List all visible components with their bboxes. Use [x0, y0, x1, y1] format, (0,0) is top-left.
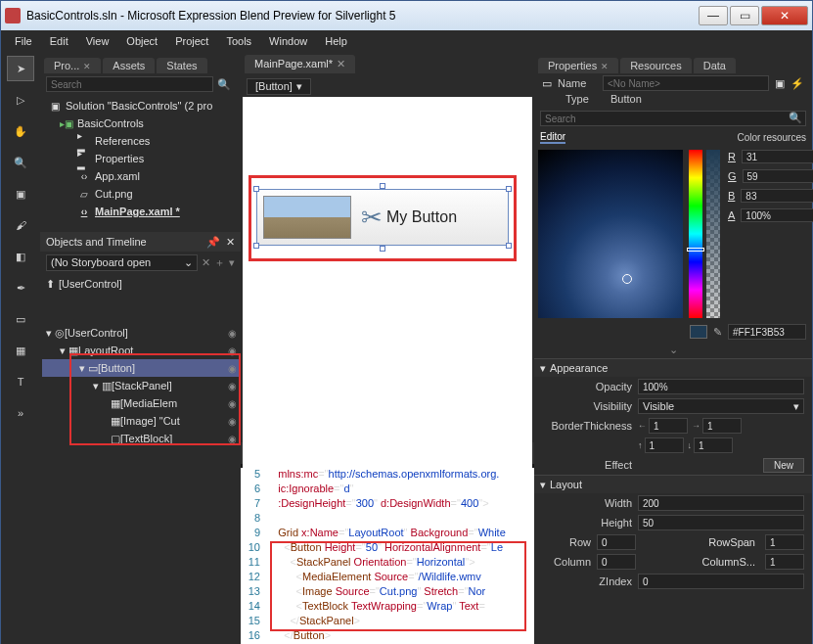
tab-close-icon[interactable]: ✕ — [337, 58, 345, 70]
resize-handle[interactable] — [253, 243, 259, 249]
gradient-tool[interactable]: ◧ — [7, 244, 34, 269]
row-input[interactable]: 0 — [597, 534, 636, 550]
tree-image[interactable]: ▦[Image] "Cut◉ — [42, 412, 239, 430]
menu-view[interactable]: View — [78, 33, 117, 49]
maximize-button[interactable]: ▭ — [730, 6, 759, 25]
name-input[interactable] — [603, 75, 769, 91]
minimize-button[interactable]: — — [699, 6, 728, 25]
r-input[interactable] — [742, 150, 813, 163]
expand-chevron-icon[interactable]: ⌄ — [534, 342, 812, 358]
code-line[interactable]: 11 <StackPanel Orientation="Horizontal"> — [241, 556, 534, 571]
code-line[interactable]: 10 <Button Height="50" HorizontalAlignme… — [241, 541, 534, 556]
code-line[interactable]: 12 <MediaElement Source="/Wildlife.wmv — [241, 571, 534, 585]
designer-button-element[interactable]: ✂ My Button — [256, 189, 509, 246]
visibility-icon[interactable]: ◉ — [225, 345, 239, 356]
menu-file[interactable]: File — [7, 33, 40, 49]
project-node[interactable]: ▸▣BasicControls — [44, 115, 237, 132]
hex-input[interactable] — [728, 324, 806, 340]
project-item[interactable]: ▸ ▂Properties — [44, 150, 237, 167]
visibility-icon[interactable]: ◉ — [225, 398, 239, 409]
rectangle-tool[interactable]: ▭ — [7, 306, 34, 332]
visibility-icon[interactable]: ◉ — [225, 328, 239, 339]
layout-category[interactable]: ▾Layout — [534, 476, 812, 493]
design-surface[interactable]: ✂ My Button — [243, 97, 532, 442]
properties-view-icon[interactable]: ▣ — [775, 77, 785, 90]
tab-resources[interactable]: Resources — [620, 58, 692, 73]
color-resources-tab[interactable]: Color resources — [737, 132, 806, 143]
project-item[interactable]: ‹›MainPage.xaml * — [44, 203, 237, 220]
new-effect-button[interactable]: New — [763, 458, 804, 473]
tab-states[interactable]: States — [157, 58, 206, 73]
code-line[interactable]: 6 ic:Ignorable="d" — [241, 483, 534, 497]
tab-data[interactable]: Data — [694, 58, 736, 73]
thickness-bottom-input[interactable]: 1 — [694, 437, 733, 453]
color-picker-canvas[interactable] — [538, 150, 683, 318]
asset-tool[interactable]: » — [7, 400, 34, 426]
resize-handle[interactable] — [506, 243, 512, 249]
panel-pin-icon[interactable]: 📌 — [206, 236, 220, 249]
xaml-editor[interactable]: 5 mlns:mc="http://schemas.openxmlformats… — [241, 468, 534, 644]
tab-close-icon[interactable]: ✕ — [601, 62, 609, 71]
resize-handle[interactable] — [253, 186, 259, 192]
resize-handle[interactable] — [380, 183, 385, 189]
thickness-top-input[interactable]: 1 — [645, 437, 684, 453]
visibility-icon[interactable]: ◉ — [225, 363, 239, 374]
rowspan-input[interactable]: 1 — [765, 534, 804, 550]
code-line[interactable]: 8 — [241, 512, 534, 527]
opacity-input[interactable] — [638, 379, 804, 394]
zindex-input[interactable] — [638, 574, 804, 589]
solution-node[interactable]: ▣Solution "BasicControls" (2 pro — [44, 97, 237, 115]
thickness-right-input[interactable]: 1 — [702, 418, 742, 434]
zoom-tool[interactable]: 🔍 — [7, 150, 34, 175]
brush-editor-tab[interactable]: Editor — [540, 131, 565, 144]
project-search-input[interactable] — [46, 76, 213, 92]
resize-handle[interactable] — [506, 186, 512, 192]
visibility-icon[interactable]: ◉ — [225, 381, 239, 391]
storyboard-combo[interactable]: (No Storyboard open⌄ — [46, 254, 198, 271]
menu-object[interactable]: Object — [118, 33, 165, 49]
tab-assets[interactable]: Assets — [103, 58, 155, 73]
menu-window[interactable]: Window — [261, 33, 315, 49]
property-search-input[interactable] — [540, 111, 806, 126]
column-input[interactable]: 0 — [597, 554, 636, 570]
code-line[interactable]: 7 :DesignHeight="300" d:DesignWidth="400… — [241, 497, 534, 512]
appearance-category[interactable]: ▾Appearance — [534, 359, 812, 377]
menu-help[interactable]: Help — [317, 33, 355, 49]
code-line[interactable]: 14 <TextBlock TextWrapping="Wrap" Text= — [241, 600, 534, 615]
direct-select-tool[interactable]: ▷ — [7, 87, 34, 113]
layout-tool[interactable]: ▦ — [7, 338, 34, 363]
hue-slider[interactable] — [689, 150, 702, 318]
menu-project[interactable]: Project — [167, 33, 216, 49]
code-line[interactable]: 16 </Button> — [241, 629, 534, 644]
menu-tools[interactable]: Tools — [218, 33, 259, 49]
width-input[interactable] — [638, 495, 804, 511]
storyboard-menu-icon[interactable]: ▾ — [229, 256, 235, 269]
pen-tool[interactable]: ✒ — [7, 275, 34, 300]
camera-tool[interactable]: ▣ — [7, 181, 34, 207]
visibility-icon[interactable]: ◉ — [225, 416, 239, 427]
tab-properties[interactable]: Properties✕ — [538, 58, 618, 73]
tree-textblock[interactable]: ▢[TextBlock]◉ — [42, 430, 239, 447]
tree-layoutroot[interactable]: ▾ ▦LayoutRoot◉ — [42, 342, 239, 359]
code-line[interactable]: 9 Grid x:Name="LayoutRoot" Background="W… — [241, 527, 534, 541]
project-item[interactable]: ▸ ▂References — [44, 132, 237, 150]
b-input[interactable] — [741, 189, 813, 203]
storyboard-close-icon[interactable]: ✕ — [202, 256, 210, 269]
breadcrumb[interactable]: [Button]▾ — [247, 78, 311, 95]
panel-close-icon[interactable]: ✕ — [226, 236, 235, 249]
close-button[interactable]: ✕ — [761, 6, 808, 25]
eyedropper-icon[interactable]: ✎ — [713, 326, 722, 339]
project-item[interactable]: ‹›App.xaml — [44, 167, 237, 185]
code-line[interactable]: 15 </StackPanel> — [241, 615, 534, 629]
g-input[interactable] — [743, 169, 813, 183]
tab-close-icon[interactable]: ✕ — [83, 62, 91, 71]
visibility-combo[interactable]: Visible▾ — [638, 398, 804, 414]
a-input[interactable] — [741, 208, 813, 222]
tree-mediaelement[interactable]: ▦[MediaElem◉ — [42, 394, 239, 412]
storyboard-new-icon[interactable]: ＋ — [214, 255, 225, 270]
tree-stackpanel[interactable]: ▾ ▥[StackPanel]◉ — [42, 377, 239, 394]
thickness-left-input[interactable]: 1 — [649, 418, 688, 434]
events-view-icon[interactable]: ⚡ — [790, 77, 804, 90]
tab-pro[interactable]: Pro...✕ — [44, 58, 101, 73]
project-item[interactable]: ▱Cut.png — [44, 185, 237, 203]
